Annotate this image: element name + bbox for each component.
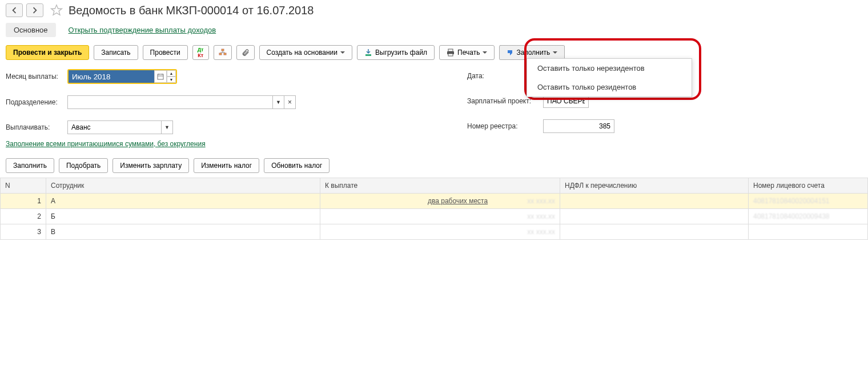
cell-to-pay: xx xxx.xxдва рабочих места [320,194,560,209]
cell-employee: В [46,224,320,240]
dept-label: Подразделение: [6,98,63,106]
table-row[interactable]: 3 В xx xxx.xx [1,224,868,240]
print-label: Печать [457,49,480,57]
page-title: Ведомость в банк МКЗП-000014 от 16.07.20… [69,4,314,17]
fill-arrow-icon [507,49,513,56]
table-fill-button[interactable]: Заполнить [6,158,54,173]
col-to-pay[interactable]: К выплате [320,178,560,194]
svg-rect-8 [448,54,453,56]
dept-input[interactable] [67,95,273,109]
pay-type-input[interactable] [67,120,162,134]
back-button[interactable] [6,3,23,17]
svg-rect-6 [448,49,453,51]
table-pick-button[interactable]: Подобрать [59,158,108,173]
export-file-button[interactable]: Выгрузить файл [357,45,435,60]
fill-label: Заполнить [516,49,550,57]
calendar-icon [157,73,164,80]
table-edit-tax-button[interactable]: Изменить налог [194,158,259,173]
table-edit-salary-button[interactable]: Изменить зарплату [112,158,189,173]
write-button[interactable]: Записать [94,45,138,60]
cell-n: 3 [1,224,46,240]
col-employee[interactable]: Сотрудник [46,178,320,194]
cell-to-pay: xx xxx.xx [320,224,560,240]
dept-dropdown-button[interactable]: ▼ [273,95,284,109]
cell-ndfl [560,194,749,209]
cell-to-pay: xx xxx.xx [320,209,560,224]
svg-rect-9 [158,74,163,79]
pay-type-dropdown-button[interactable]: ▼ [162,120,173,134]
structure-icon-button[interactable] [214,45,232,60]
print-button[interactable]: Печать [439,45,495,60]
cell-account: 40817810840020009438 [749,209,868,224]
tab-main[interactable]: Основное [6,23,56,37]
fill-dropdown-menu: Оставить только нерезидентов Оставить то… [527,58,692,97]
post-button[interactable]: Провести [143,45,188,60]
dt-kt-icon: ДтКт [198,47,204,58]
dt-kt-icon-button[interactable]: ДтКт [192,45,209,60]
forward-button[interactable] [26,3,43,17]
printer-icon [447,49,455,57]
link-open-confirmation[interactable]: Открыть подтверждение выплаты доходов [69,26,216,34]
col-account[interactable]: Номер лицевого счета [749,178,868,194]
export-file-label: Выгрузить файл [375,49,427,57]
registry-number-label: Номер реестра: [467,122,539,130]
cell-ndfl [560,209,749,224]
month-spin-up[interactable]: ▲ [167,70,176,77]
svg-rect-3 [219,53,222,55]
svg-rect-5 [365,54,371,56]
menu-item-keep-nonresidents[interactable]: Оставить только нерезидентов [527,59,692,78]
registry-number-input[interactable] [543,119,614,133]
month-spin-down[interactable]: ▼ [167,77,176,83]
menu-item-keep-residents[interactable]: Оставить только резидентов [527,78,692,96]
post-and-close-button[interactable]: Провести и закрыть [6,45,89,60]
col-ndfl[interactable]: НДФЛ к перечислению [560,178,749,194]
attach-icon-button[interactable] [236,45,255,60]
col-number[interactable]: N [1,178,46,194]
dept-clear-button[interactable]: × [284,95,296,109]
pay-type-label: Выплачивать: [6,123,63,131]
table-row[interactable]: 2 Б xx xxx.xx 40817810840020009438 [1,209,868,224]
create-based-on-button[interactable]: Создать на основании [259,45,353,60]
cell-n: 2 [1,209,46,224]
cell-account [749,224,868,240]
cell-ndfl [560,224,749,240]
paperclip-icon [242,49,250,57]
favorite-star-icon[interactable] [50,4,63,17]
month-input[interactable] [69,70,154,83]
cell-employee: А [46,194,320,209]
create-based-on-label: Создать на основании [267,49,338,57]
cell-employee: Б [46,209,320,224]
table-row[interactable]: 1 А xx xxx.xxдва рабочих места 408178108… [1,194,868,209]
payroll-project-label: Зарплатный проект: [467,97,539,105]
export-icon [364,49,372,57]
month-calendar-button[interactable] [154,70,167,83]
hierarchy-icon [219,49,227,57]
cell-account: 40817810840020004151 [749,194,868,209]
svg-rect-0 [222,49,224,51]
month-label: Месяц выплаты: [6,73,63,81]
cell-n: 1 [1,194,46,209]
employees-table: N Сотрудник К выплате НДФЛ к перечислени… [0,178,868,240]
table-refresh-tax-button[interactable]: Обновить налог [264,158,329,173]
fill-rule-link[interactable]: Заполнение всеми причитающимися суммами,… [6,140,206,148]
svg-rect-4 [224,53,226,55]
cell-note[interactable]: два рабочих места [428,197,488,205]
